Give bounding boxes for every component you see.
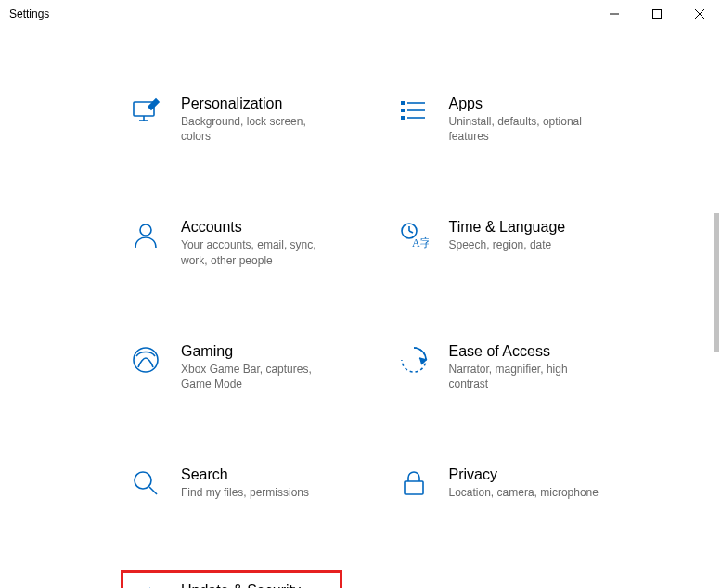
svg-line-16 [409, 231, 413, 233]
titlebar: Settings [0, 0, 721, 28]
tile-title: Time & Language [449, 219, 566, 236]
update-security-icon [131, 584, 161, 588]
svg-rect-1 [653, 10, 662, 19]
tile-text: Time & Language Speech, region, date [449, 219, 566, 252]
personalization-icon [131, 97, 161, 127]
tile-search[interactable]: Search Find my files, permissions [121, 454, 342, 519]
maximize-icon [652, 9, 662, 19]
tile-desc: Background, lock screen, colors [181, 114, 332, 144]
svg-rect-7 [401, 101, 405, 105]
tile-text: Accounts Your accounts, email, sync, wor… [181, 219, 332, 267]
ease-of-access-icon [399, 345, 429, 375]
tile-title: Privacy [449, 467, 599, 483]
tile-title: Personalization [181, 96, 332, 112]
time-language-icon: A字 [399, 221, 429, 250]
settings-grid: Personalization Background, lock screen,… [121, 83, 610, 588]
tile-update-security[interactable]: Update & Security Windows Update, recove… [121, 570, 342, 588]
tile-desc: Uninstall, defaults, optional features [449, 114, 600, 144]
privacy-icon [399, 468, 429, 498]
minimize-icon [610, 9, 619, 19]
tile-text: Search Find my files, permissions [181, 467, 309, 500]
svg-point-19 [135, 472, 151, 489]
minimize-button[interactable] [593, 0, 636, 28]
scrollbar-thumb[interactable] [714, 213, 719, 352]
tile-title: Search [181, 467, 309, 483]
close-icon [695, 9, 704, 19]
tile-desc: Location, camera, microphone [449, 485, 599, 500]
tile-text: Ease of Access Narrator, magnifier, high… [449, 343, 600, 391]
tile-text: Update & Security Windows Update, recove… [181, 582, 332, 588]
tile-ease-of-access[interactable]: Ease of Access Narrator, magnifier, high… [389, 331, 611, 403]
svg-line-20 [149, 487, 157, 494]
tile-desc: Your accounts, email, sync, work, other … [181, 237, 332, 267]
tile-title: Apps [449, 96, 600, 112]
svg-text:A字: A字 [412, 236, 429, 249]
tile-title: Update & Security [181, 582, 332, 588]
svg-point-13 [140, 224, 151, 236]
apps-icon [399, 97, 429, 127]
tile-text: Gaming Xbox Game Bar, captures, Game Mod… [181, 343, 332, 391]
tile-gaming[interactable]: Gaming Xbox Game Bar, captures, Game Mod… [121, 331, 342, 403]
close-button[interactable] [678, 0, 721, 28]
accounts-icon [131, 221, 161, 250]
svg-rect-9 [401, 109, 405, 112]
tile-title: Accounts [181, 219, 332, 236]
tile-privacy[interactable]: Privacy Location, camera, microphone [389, 454, 611, 519]
tile-desc: Xbox Game Bar, captures, Game Mode [181, 362, 332, 391]
tile-apps[interactable]: Apps Uninstall, defaults, optional featu… [389, 83, 611, 156]
tile-title: Gaming [181, 343, 332, 360]
scrollbar[interactable] [710, 28, 721, 588]
tile-accounts[interactable]: Accounts Your accounts, email, sync, wor… [121, 207, 342, 279]
tile-title: Ease of Access [449, 343, 600, 360]
tile-personalization[interactable]: Personalization Background, lock screen,… [121, 83, 342, 156]
tile-text: Privacy Location, camera, microphone [449, 467, 599, 500]
tile-desc: Speech, region, date [449, 237, 566, 252]
empty-cell [389, 570, 611, 588]
tile-text: Personalization Background, lock screen,… [181, 96, 332, 144]
svg-rect-11 [401, 116, 405, 120]
window-controls [593, 0, 721, 28]
search-icon [131, 468, 161, 498]
settings-content: Personalization Background, lock screen,… [0, 28, 721, 588]
tile-text: Apps Uninstall, defaults, optional featu… [449, 96, 600, 144]
tile-desc: Narrator, magnifier, high contrast [449, 362, 600, 391]
tile-time-language[interactable]: A字 Time & Language Speech, region, date [389, 207, 611, 279]
tile-desc: Find my files, permissions [181, 485, 309, 500]
window-title: Settings [9, 7, 49, 20]
gaming-icon [131, 345, 161, 375]
maximize-button[interactable] [636, 0, 678, 28]
svg-rect-21 [405, 481, 423, 494]
